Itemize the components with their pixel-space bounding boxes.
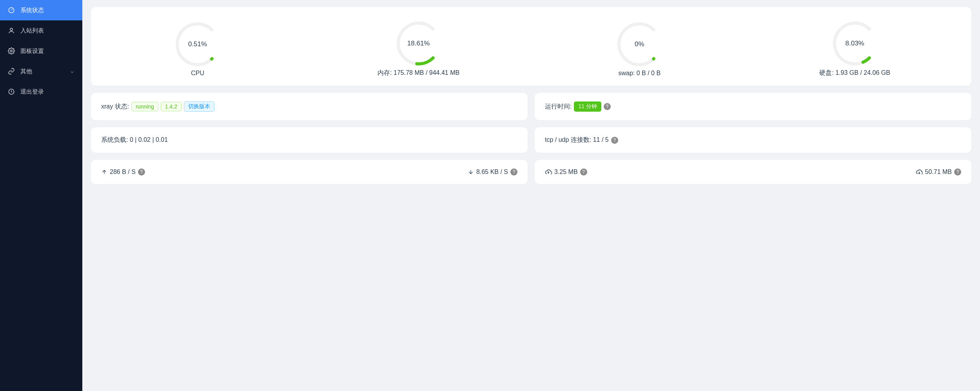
svg-point-2 bbox=[11, 50, 13, 52]
net-speed-card: 286 B / S ? 8.65 KB / S ? bbox=[91, 160, 528, 184]
help-icon[interactable]: ? bbox=[510, 168, 517, 176]
logout-icon bbox=[8, 88, 15, 95]
gauge-swap: 0% swap: 0 B / 0 B bbox=[614, 19, 665, 77]
xray-version-tag: 1.4.2 bbox=[161, 102, 181, 111]
gauge-label: swap: 0 B / 0 B bbox=[618, 70, 661, 77]
xray-status-title: xray 状态: bbox=[101, 103, 129, 111]
help-icon[interactable]: ? bbox=[611, 137, 618, 144]
uptime-card: 运行时间: 11 分钟 ? bbox=[535, 93, 971, 120]
gauge-value: 18.61% bbox=[393, 40, 444, 47]
link-icon bbox=[8, 68, 15, 75]
system-load-card: 系统负载: 0 | 0.02 | 0.01 bbox=[91, 127, 528, 153]
main-content: 0.51% CPU 18.61% 内存: 175.78 MB / 944.41 … bbox=[82, 0, 980, 391]
sidebar-item-panel-settings[interactable]: 面板设置 bbox=[0, 41, 82, 61]
connections-text: tcp / udp 连接数: 11 / 5 bbox=[545, 136, 609, 144]
help-icon[interactable]: ? bbox=[954, 168, 961, 176]
gauge-value: 0.51% bbox=[172, 40, 223, 48]
gauges-card: 0.51% CPU 18.61% 内存: 175.78 MB / 944.41 … bbox=[91, 7, 971, 86]
arrow-up-icon bbox=[101, 169, 107, 175]
svg-point-1 bbox=[10, 28, 13, 31]
gauge-disk: 8.03% 硬盘: 1.93 GB / 24.06 GB bbox=[819, 18, 890, 77]
traffic-upload-total: 3.25 MB bbox=[554, 168, 578, 176]
traffic-card: 3.25 MB ? 50.71 MB ? bbox=[535, 160, 971, 184]
net-download-speed: 8.65 KB / S bbox=[476, 168, 508, 176]
system-load-text: 系统负载: 0 | 0.02 | 0.01 bbox=[101, 136, 168, 144]
sidebar-item-label: 系统状态 bbox=[20, 7, 74, 14]
dashboard-icon bbox=[8, 7, 15, 14]
gauge-label: CPU bbox=[191, 70, 204, 77]
chevron-down-icon bbox=[70, 69, 74, 74]
sidebar-item-label: 退出登录 bbox=[20, 88, 74, 96]
gauge-value: 0% bbox=[614, 40, 665, 48]
sidebar-item-label: 其他 bbox=[20, 68, 70, 75]
connections-card: tcp / udp 连接数: 11 / 5 ? bbox=[535, 127, 971, 153]
traffic-download-total: 50.71 MB bbox=[925, 168, 952, 176]
sidebar-item-label: 入站列表 bbox=[20, 27, 74, 34]
gauge-memory: 18.61% 内存: 175.78 MB / 944.41 MB bbox=[377, 18, 459, 77]
gauge-cpu: 0.51% CPU bbox=[172, 19, 223, 77]
xray-status-card: xray 状态: running 1.4.2 切换版本 bbox=[91, 93, 528, 120]
sidebar-item-inbound-list[interactable]: 入站列表 bbox=[0, 20, 82, 41]
xray-status-tag: running bbox=[131, 102, 158, 111]
help-icon[interactable]: ? bbox=[138, 168, 145, 176]
gauge-label: 内存: 175.78 MB / 944.41 MB bbox=[377, 69, 459, 77]
gauge-value: 8.03% bbox=[829, 40, 880, 47]
sidebar-item-logout[interactable]: 退出登录 bbox=[0, 81, 82, 102]
user-icon bbox=[8, 27, 15, 34]
sidebar: 系统状态 入站列表 面板设置 其他 退出登 bbox=[0, 0, 82, 391]
help-icon[interactable]: ? bbox=[580, 168, 587, 176]
help-icon[interactable]: ? bbox=[604, 103, 611, 110]
gear-icon bbox=[8, 47, 15, 54]
sidebar-item-other[interactable]: 其他 bbox=[0, 61, 82, 81]
cloud-download-icon bbox=[916, 168, 923, 176]
xray-switch-version-button[interactable]: 切换版本 bbox=[184, 101, 214, 112]
sidebar-item-system-status[interactable]: 系统状态 bbox=[0, 0, 82, 20]
cloud-upload-icon bbox=[545, 168, 552, 176]
sidebar-item-label: 面板设置 bbox=[20, 47, 74, 55]
uptime-value-tag: 11 分钟 bbox=[574, 101, 601, 112]
arrow-down-icon bbox=[468, 169, 474, 175]
net-upload-speed: 286 B / S bbox=[110, 168, 136, 176]
uptime-title: 运行时间: bbox=[545, 103, 572, 111]
gauge-label: 硬盘: 1.93 GB / 24.06 GB bbox=[819, 69, 890, 77]
